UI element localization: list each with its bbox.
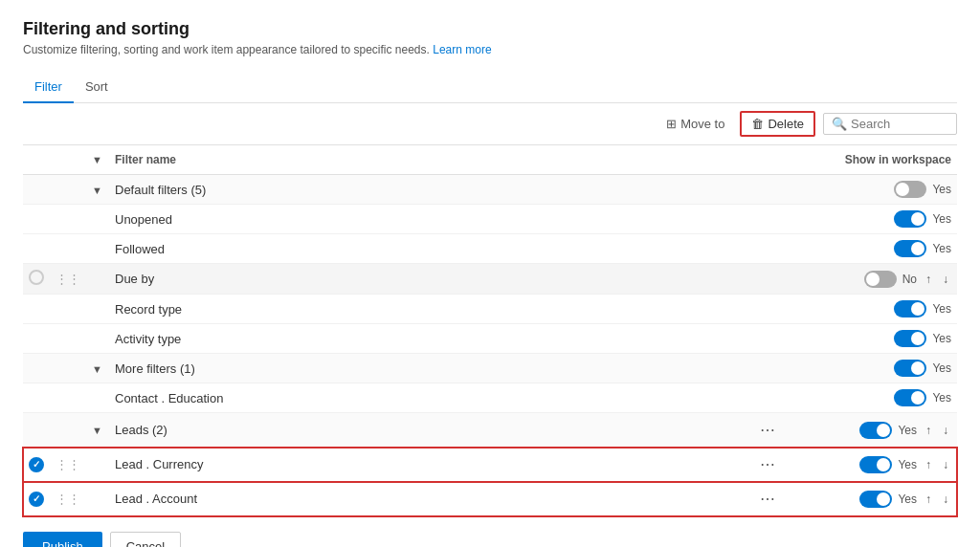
group-name: Leads (2)	[109, 413, 750, 448]
row-show: No ↑ ↓	[785, 264, 957, 295]
table-row: ⋮⋮ Lead . Currency ⋯ Yes ↑ ↓	[23, 448, 957, 482]
group-drag	[50, 413, 86, 448]
group-name: More filters (1)	[109, 354, 750, 383]
row-expand	[86, 205, 109, 234]
group-menu[interactable]: ⋯	[750, 413, 785, 448]
chevron-down-icon: ▼	[92, 185, 102, 196]
move-up-button[interactable]: ↑	[923, 271, 934, 288]
drag-icon: ⋮⋮	[56, 457, 80, 471]
context-menu-button[interactable]: ⋯	[756, 453, 779, 475]
publish-button[interactable]: Publish	[23, 532, 102, 547]
move-down-button[interactable]: ↓	[940, 456, 951, 473]
page-subtitle: Customize filtering, sorting and work it…	[23, 43, 957, 56]
toggle-label: Yes	[932, 302, 951, 316]
toggle-label: Yes	[932, 361, 951, 375]
toggle-switch[interactable]	[894, 360, 926, 377]
toggle-switch[interactable]	[859, 456, 892, 473]
move-up-button[interactable]: ↑	[923, 456, 934, 473]
group-show: Yes ↑ ↓	[785, 413, 957, 448]
checkbox-checked[interactable]	[29, 457, 44, 472]
context-menu-button[interactable]: ⋯	[756, 488, 779, 510]
group-menu	[750, 354, 785, 383]
table-header-row: ▼ Filter name Show in workspace	[23, 145, 957, 175]
group-row: ▼ Leads (2) ⋯ Yes ↑ ↓	[23, 413, 957, 448]
row-show: Yes	[785, 234, 957, 264]
drag-handle: ⋮⋮	[50, 264, 86, 295]
group-check	[23, 175, 50, 205]
drag-handle[interactable]: ⋮⋮	[50, 448, 86, 482]
table-row: ⋮⋮ Due by No ↑ ↓	[23, 264, 957, 295]
group-check	[23, 354, 50, 383]
col-check-header	[23, 145, 50, 175]
row-menu	[750, 324, 785, 354]
row-expand	[86, 264, 109, 295]
drag-handle	[50, 295, 86, 324]
tab-sort[interactable]: Sort	[74, 72, 120, 103]
page-container: Filtering and sorting Customize filterin…	[0, 0, 980, 547]
learn-more-link[interactable]: Learn more	[433, 43, 491, 56]
toggle-switch[interactable]	[864, 271, 897, 288]
row-check	[23, 234, 50, 264]
row-menu	[750, 234, 785, 264]
row-expand	[86, 448, 109, 482]
row-menu[interactable]: ⋯	[750, 482, 785, 516]
filter-table: ▼ Filter name Show in workspace ▼ Defaul…	[23, 145, 957, 516]
table-row: Contact . Education Yes	[23, 383, 957, 413]
move-down-button[interactable]: ↓	[940, 422, 951, 439]
show-in-workspace-header: Show in workspace	[785, 145, 957, 175]
row-menu	[750, 205, 785, 234]
search-input[interactable]	[851, 117, 947, 131]
toolbar: ⊞ Move to 🗑 Delete 🔍	[23, 103, 957, 145]
row-show: Yes	[785, 205, 957, 234]
group-row: ▼ More filters (1) Yes	[23, 354, 957, 383]
toggle-switch[interactable]	[859, 422, 892, 439]
group-expand[interactable]: ▼	[86, 354, 109, 383]
toggle-switch[interactable]	[859, 491, 892, 508]
drag-handle[interactable]: ⋮⋮	[50, 482, 86, 516]
toggle-switch[interactable]	[894, 330, 926, 347]
group-row: ▼ Default filters (5) Yes	[23, 175, 957, 205]
toggle-switch[interactable]	[894, 240, 926, 257]
toggle-switch[interactable]	[894, 300, 926, 317]
group-expand[interactable]: ▼	[86, 175, 109, 205]
group-drag	[50, 175, 86, 205]
move-to-button[interactable]: ⊞ Move to	[658, 113, 732, 135]
row-expand	[86, 234, 109, 264]
checkbox-unchecked[interactable]	[29, 270, 44, 285]
table-row: Followed Yes	[23, 234, 957, 264]
move-up-button[interactable]: ↑	[923, 422, 934, 439]
move-up-button[interactable]: ↑	[923, 491, 934, 508]
toggle-label: Yes	[932, 332, 951, 345]
table-row: Unopened Yes	[23, 205, 957, 234]
toggle-switch[interactable]	[894, 181, 926, 198]
row-check[interactable]	[23, 448, 50, 482]
move-down-button[interactable]: ↓	[940, 491, 951, 508]
toggle-switch[interactable]	[894, 210, 926, 228]
context-menu-button[interactable]: ⋯	[756, 419, 779, 441]
group-expand[interactable]: ▼	[86, 413, 109, 448]
toggle-switch[interactable]	[894, 389, 926, 406]
move-down-button[interactable]: ↓	[940, 271, 951, 288]
row-check[interactable]	[23, 482, 50, 516]
row-name: Unopened	[109, 205, 750, 234]
delete-button[interactable]: 🗑 Delete	[740, 111, 815, 137]
drag-handle	[50, 234, 86, 264]
row-check	[23, 295, 50, 324]
drag-handle	[50, 205, 86, 234]
row-menu[interactable]: ⋯	[750, 448, 785, 482]
filter-name-header: Filter name	[109, 145, 750, 175]
tab-filter[interactable]: Filter	[23, 72, 74, 103]
chevron-down-icon: ▼	[92, 154, 102, 165]
toggle-label: Yes	[932, 183, 951, 196]
col-drag-header	[50, 145, 86, 175]
row-name: Lead . Currency	[109, 448, 750, 482]
page-title: Filtering and sorting	[23, 19, 957, 39]
table-row: Activity type Yes	[23, 324, 957, 354]
row-expand	[86, 295, 109, 324]
row-show: Yes	[785, 383, 957, 413]
row-show: Yes	[785, 324, 957, 354]
cancel-button[interactable]: Cancel	[110, 532, 181, 547]
row-name: Contact . Education	[109, 383, 750, 413]
move-icon: ⊞	[666, 117, 677, 131]
checkbox-checked[interactable]	[29, 492, 44, 507]
